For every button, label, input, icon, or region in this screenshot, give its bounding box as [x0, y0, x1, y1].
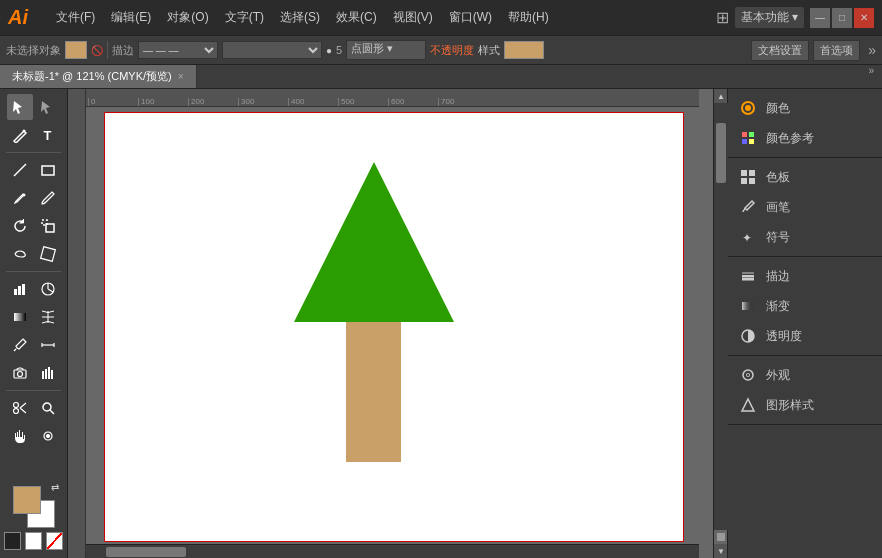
minimize-button[interactable]: —	[810, 8, 830, 28]
scale-tool[interactable]	[35, 213, 61, 239]
camera-tool[interactable]	[7, 360, 33, 386]
artboard[interactable]	[104, 112, 684, 542]
direct-select-tool[interactable]	[35, 94, 61, 120]
toolbar-more-icon[interactable]: »	[868, 42, 876, 58]
brush-icon	[738, 197, 758, 217]
panel-item-gradient[interactable]: 渐变	[728, 291, 882, 321]
basic-function-dropdown[interactable]: 基本功能 ▾	[735, 7, 804, 28]
swatches-icon	[738, 167, 758, 187]
stroke-preview[interactable]: — — —	[138, 41, 218, 59]
panel-item-color[interactable]: 颜色	[728, 93, 882, 123]
transform-tool[interactable]	[35, 241, 61, 267]
doc-settings-button[interactable]: 文档设置	[751, 40, 809, 61]
tree-shape	[294, 162, 454, 462]
panel-item-transparency[interactable]: 透明度	[728, 321, 882, 351]
type-tool-label: T	[44, 128, 52, 143]
panel-item-brush[interactable]: 画笔	[728, 192, 882, 222]
menu-file[interactable]: 文件(F)	[50, 7, 101, 28]
gradient-tool[interactable]	[7, 304, 33, 330]
scroll-down-arrow[interactable]: ▼	[714, 544, 728, 558]
gradient-panel-label: 渐变	[766, 298, 790, 315]
hand2-tool[interactable]	[35, 423, 61, 449]
close-button[interactable]: ✕	[854, 8, 874, 28]
document-tab[interactable]: 未标题-1* @ 121% (CMYK/预览) ×	[0, 65, 197, 88]
stroke-style-select[interactable]	[223, 42, 321, 58]
stroke-style-preview[interactable]	[222, 41, 322, 59]
maximize-button[interactable]: □	[832, 8, 852, 28]
tool-row-7	[0, 275, 67, 303]
pencil-tool[interactable]	[7, 185, 33, 211]
menu-view[interactable]: 视图(V)	[387, 7, 439, 28]
dot-shape-dropdown: 点圆形 ▾	[346, 40, 426, 60]
svg-rect-22	[51, 370, 53, 379]
top-ruler: 0 100 200 300 400 500 600 700	[68, 89, 699, 107]
tool-row-1	[0, 93, 67, 121]
ruler-mark: 400	[288, 98, 338, 106]
measure-tool[interactable]	[35, 332, 61, 358]
menu-help[interactable]: 帮助(H)	[502, 7, 555, 28]
dot-shape-label: 点圆形	[351, 42, 384, 54]
histogram-tool[interactable]	[35, 360, 61, 386]
mesh-tool[interactable]	[35, 304, 61, 330]
ruler-mark: 500	[338, 98, 388, 106]
svg-rect-31	[742, 132, 747, 137]
scissors-tool[interactable]	[7, 395, 33, 421]
tab-close-button[interactable]: ×	[178, 71, 184, 82]
svg-point-18	[17, 372, 22, 377]
select-tool[interactable]	[7, 94, 33, 120]
scroll-track[interactable]	[714, 103, 728, 530]
panel-item-color-ref[interactable]: 颜色参考	[728, 123, 882, 153]
type-tool[interactable]: T	[35, 122, 61, 148]
svg-rect-5	[40, 247, 55, 262]
panel-item-symbol[interactable]: ✦ 符号	[728, 222, 882, 252]
stroke-select[interactable]: — — —	[139, 42, 217, 58]
paintbrush-tool[interactable]	[35, 185, 61, 211]
none-swatch[interactable]	[46, 532, 63, 550]
panel-item-graphic-styles[interactable]: 图形样式	[728, 390, 882, 420]
tree-triangle	[294, 162, 454, 322]
panel-item-stroke[interactable]: 描边	[728, 261, 882, 291]
rotate-tool[interactable]	[7, 213, 33, 239]
style-swatch[interactable]	[504, 41, 544, 59]
foreground-swatch[interactable]	[13, 486, 41, 514]
eyedropper-tool[interactable]	[7, 332, 33, 358]
tab-arrow-right[interactable]: »	[860, 65, 882, 88]
menu-object[interactable]: 对象(O)	[161, 7, 214, 28]
bottom-scroll-thumb[interactable]	[106, 547, 186, 557]
svg-rect-7	[18, 286, 21, 295]
svg-marker-48	[742, 399, 754, 411]
ruler-mark: 0	[88, 98, 138, 106]
black-swatch[interactable]	[4, 532, 21, 550]
menu-effect[interactable]: 效果(C)	[330, 7, 383, 28]
rect-tool[interactable]	[35, 157, 61, 183]
svg-rect-34	[749, 139, 754, 144]
window-controls: — □ ✕	[810, 8, 874, 28]
ruler-mark: 100	[138, 98, 188, 106]
fill-none-icon[interactable]: 🚫	[91, 45, 103, 56]
tool-row-10	[0, 359, 67, 387]
scroll-slider[interactable]	[714, 530, 728, 544]
menu-window[interactable]: 窗口(W)	[443, 7, 498, 28]
grid-icon[interactable]: ⊞	[716, 8, 729, 27]
panel-item-appearance[interactable]: 外观	[728, 360, 882, 390]
pen-tool[interactable]	[7, 122, 33, 148]
scroll-knob[interactable]	[717, 533, 725, 541]
menu-select[interactable]: 选择(S)	[274, 7, 326, 28]
scroll-thumb[interactable]	[716, 123, 726, 183]
menu-text[interactable]: 文字(T)	[219, 7, 270, 28]
white-swatch[interactable]	[25, 532, 42, 550]
chart-tool[interactable]	[35, 276, 61, 302]
vertical-scrollbar[interactable]: ▲ ▼	[713, 89, 727, 558]
zoom-tool[interactable]	[35, 395, 61, 421]
menu-edit[interactable]: 编辑(E)	[105, 7, 157, 28]
graph-tool[interactable]	[7, 276, 33, 302]
scroll-up-arrow[interactable]: ▲	[714, 89, 728, 103]
panel-item-swatches[interactable]: 色板	[728, 162, 882, 192]
prefs-button[interactable]: 首选项	[813, 40, 860, 61]
warp-tool[interactable]	[7, 241, 33, 267]
hand-tool[interactable]	[7, 423, 33, 449]
swap-colors-icon[interactable]: ⇄	[51, 482, 59, 493]
line-tool[interactable]	[7, 157, 33, 183]
fill-color-swatch[interactable]	[65, 41, 87, 59]
dot-shape-chevron[interactable]: ▾	[387, 42, 393, 54]
